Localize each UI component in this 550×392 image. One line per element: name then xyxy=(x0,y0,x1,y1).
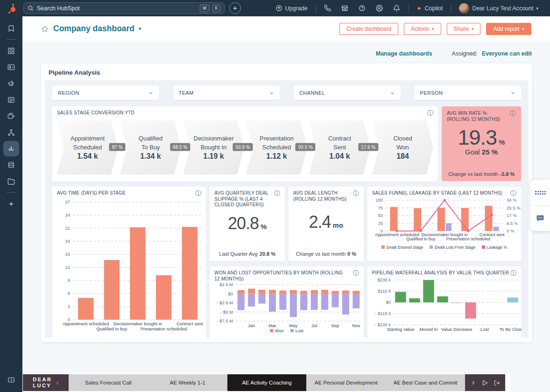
svg-text:- $5 M: - $5 M xyxy=(220,309,233,315)
chat-bubble-button[interactable] xyxy=(530,205,550,231)
deal-length-value: 2.4 xyxy=(309,212,331,231)
svg-text:24: 24 xyxy=(65,212,70,217)
copilot-button[interactable]: ✦ Copilot xyxy=(411,5,448,12)
upgrade-button[interactable]: Upgrade xyxy=(270,5,313,12)
sidebar-item-bookmarks[interactable] xyxy=(3,21,19,36)
svg-text:50: 50 xyxy=(378,213,383,218)
waterfall-chart: $230 k$115 k$0- $115 k- $230 kStarting V… xyxy=(372,276,522,332)
chevron-down-icon: ▾ xyxy=(536,6,538,11)
won-lost-legend: WonLost xyxy=(214,329,359,333)
svg-text:May: May xyxy=(289,323,298,328)
svg-text:75: 75 xyxy=(378,205,383,210)
manage-dashboards-link[interactable]: Manage dashboards xyxy=(376,50,432,57)
info-icon[interactable]: ⓘ xyxy=(510,270,516,276)
play-presentation-icon[interactable] xyxy=(481,379,488,386)
region-filter-select[interactable]: REGION xyxy=(52,86,159,100)
marketplace-icon[interactable] xyxy=(336,5,353,12)
chevron-left-icon[interactable]: ‹ xyxy=(56,378,58,387)
sidebar-item-reporting[interactable] xyxy=(3,141,19,156)
conversion-badge: 93.9 % xyxy=(233,143,253,151)
chevron-down-icon xyxy=(148,91,154,96)
search-icon xyxy=(28,5,34,11)
global-search-input[interactable]: Search HubSpot ⌘ K xyxy=(23,2,225,14)
sales-stage-funnel: Appointment Scheduled1.54 kQualified To … xyxy=(57,120,433,175)
create-dashboard-button[interactable]: Create dashboard xyxy=(339,23,398,35)
funnel-stage: Closed Won184 xyxy=(372,120,433,175)
win-rate-title: AVG WIN RATE % (ROLLING 12 MONTHS) xyxy=(447,111,508,122)
main-area: Company dashboard ▾ Create dashboard Act… xyxy=(22,16,550,392)
info-icon[interactable]: ⓘ xyxy=(353,270,359,276)
svg-text:$0: $0 xyxy=(228,291,233,296)
info-icon[interactable]: ⓘ xyxy=(510,190,516,196)
svg-text:12: 12 xyxy=(65,265,70,270)
assigned-permission-link[interactable]: Everyone can edit xyxy=(482,50,532,57)
report-tab[interactable]: AE Activity Coaching xyxy=(227,374,307,391)
info-icon[interactable]: ⓘ xyxy=(510,111,516,117)
report-tab[interactable]: AE Weekly 1-1 xyxy=(148,374,227,391)
actions-button[interactable]: Actions▾ xyxy=(404,23,441,35)
info-icon[interactable]: ⓘ xyxy=(427,110,433,116)
team-filter-select[interactable]: TEAM xyxy=(173,86,280,100)
settings-gear-icon[interactable] xyxy=(371,5,388,12)
win-rate-goal: Goal 25 % xyxy=(447,148,516,156)
favorite-star-icon[interactable] xyxy=(41,25,49,33)
info-icon[interactable]: ⓘ xyxy=(195,190,201,196)
sidebar-item-automations[interactable] xyxy=(3,125,19,140)
sidebar-item-commerce[interactable] xyxy=(3,108,19,124)
chevron-right-icon[interactable] xyxy=(470,380,476,386)
export-icon[interactable] xyxy=(494,379,501,386)
won-lost-opportunities-card: WON AND LOST OPPORTUNITIES BY MONTH (ROL… xyxy=(210,266,363,341)
embedded-report-footer: DEARLUCY ‹ Sales Forecast CallAE Weekly … xyxy=(17,373,510,392)
report-tab[interactable]: AE Personal Development xyxy=(306,374,386,391)
account-menu[interactable]: Dear Lucy Test Account ▾ xyxy=(454,3,543,14)
notifications-bell-icon[interactable] xyxy=(388,5,405,12)
sidebar-item-workspaces[interactable] xyxy=(3,43,19,58)
pipeline-waterfall-card: PIPELINE WATERFALL ANALYSIS BY VALUE THI… xyxy=(367,266,521,341)
leakage-bar-line-chart: 00 %258.5 %5017 %7525.5 %10034 %Appointm… xyxy=(372,196,522,245)
conversion-badge: 87 % xyxy=(109,143,126,151)
avatar xyxy=(459,3,469,14)
svg-text:17 %: 17 % xyxy=(507,213,517,218)
svg-text:21: 21 xyxy=(65,225,70,231)
info-icon[interactable]: ⓘ xyxy=(353,190,359,196)
dashboard-header: Company dashboard ▾ Create dashboard Act… xyxy=(22,16,550,41)
hubspot-logo-icon[interactable] xyxy=(0,3,23,14)
calling-icon[interactable] xyxy=(319,5,336,12)
help-icon[interactable] xyxy=(353,5,371,12)
slippage-value: 20.8 xyxy=(228,214,259,233)
svg-text:Qualified to buy: Qualified to buy xyxy=(96,326,127,331)
conversion-badge: 93.5 % xyxy=(296,143,316,151)
share-button[interactable]: Share▾ xyxy=(447,23,481,35)
svg-text:Jan: Jan xyxy=(248,323,255,328)
won-lost-bar-chart: $2.5 M$0- $2.5 M- $5 M- $7.5 MJanMarMayJ… xyxy=(214,282,364,329)
add-report-button[interactable]: Add report▾ xyxy=(486,23,531,35)
deal-length-footer: Change vs last month0 % xyxy=(289,251,364,257)
sidebar-item-crm[interactable] xyxy=(3,59,19,75)
svg-text:Moved In: Moved In xyxy=(419,327,437,332)
sidebar-item-library[interactable] xyxy=(3,174,19,189)
sidebar-item-ai-breeze[interactable] xyxy=(3,196,19,211)
cmd-key: ⌘ xyxy=(200,5,209,12)
channel-filter-select[interactable]: CHANNEL xyxy=(294,86,401,100)
sidebar-collapse-toggle[interactable] xyxy=(3,372,19,387)
sidebar-item-content[interactable] xyxy=(3,92,19,107)
dashboard-picker-caret[interactable]: ▾ xyxy=(139,26,141,32)
svg-text:Lost: Lost xyxy=(480,327,489,332)
report-tab[interactable]: AE Best Case and Commit xyxy=(386,374,465,391)
info-icon[interactable]: ⓘ xyxy=(274,190,280,196)
sidebar-item-marketing[interactable] xyxy=(3,76,19,91)
sidebar-item-data[interactable] xyxy=(3,157,19,173)
chevron-down-icon xyxy=(269,91,274,96)
slippage-title: AVG QUARTERLY DEAL SLIPPAGE % (LAST 4 CL… xyxy=(214,190,269,208)
report-tab-bar: DEARLUCY ‹ Sales Forecast CallAE Weekly … xyxy=(23,374,505,391)
nav-divider xyxy=(316,4,316,13)
apps-grid-button[interactable] xyxy=(530,180,550,205)
person-filter-select[interactable]: PERSON xyxy=(415,86,522,100)
report-tab[interactable]: Sales Forecast Call xyxy=(69,374,148,391)
dear-lucy-logo[interactable]: DEARLUCY ‹ xyxy=(23,374,69,391)
dear-lucy-wordmark: DEARLUCY xyxy=(33,377,52,388)
conversion-badge: 17.6 % xyxy=(358,143,378,151)
quick-add-button[interactable]: + xyxy=(229,2,241,14)
assigned-status: Assigned: Everyone can edit xyxy=(452,50,532,57)
legend-item: Won xyxy=(270,329,283,333)
